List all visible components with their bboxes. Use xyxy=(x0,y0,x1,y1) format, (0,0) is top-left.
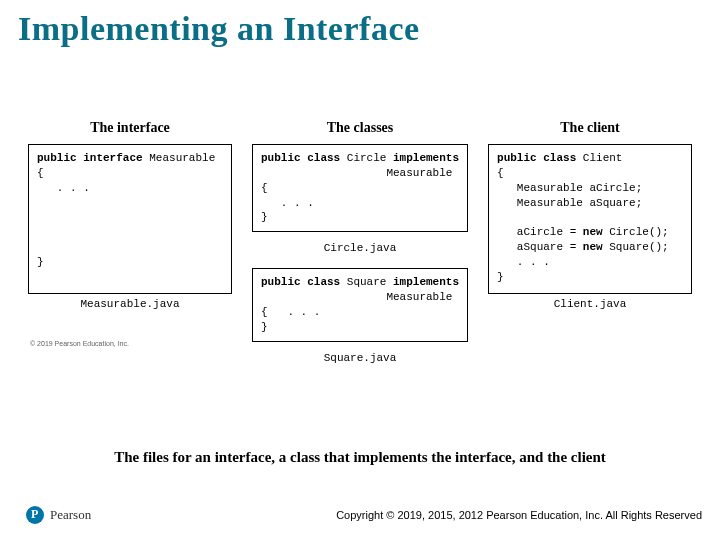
col-classes-heading: The classes xyxy=(327,120,394,136)
codebox-client: public class Client { Measurable aCircle… xyxy=(488,144,692,294)
decl-name: Client xyxy=(576,152,622,164)
brace: } xyxy=(497,271,504,283)
slide: Implementing an Interface The interface … xyxy=(0,0,720,540)
codebox-square: public class Square implements Measurabl… xyxy=(252,268,468,341)
line: Circle(); xyxy=(603,226,669,238)
impl-name: Measurable xyxy=(386,291,452,303)
kw: new xyxy=(583,226,603,238)
file-label-measurable: Measurable.java xyxy=(80,298,179,310)
col-interface-heading: The interface xyxy=(90,120,170,136)
col-client: The client public class Client { Measura… xyxy=(488,120,692,364)
ellipsis: . . . xyxy=(37,182,90,194)
brace: } xyxy=(261,211,268,223)
ellipsis: . . . xyxy=(268,306,321,318)
line: Measurable aCircle; xyxy=(497,182,642,194)
brace: { xyxy=(261,182,268,194)
line: Measurable aSquare; xyxy=(497,197,642,209)
kw: public interface xyxy=(37,152,143,164)
col-client-heading: The client xyxy=(560,120,620,136)
kw: public class xyxy=(497,152,576,164)
kw: implements xyxy=(393,276,459,288)
pearson-logo-icon xyxy=(26,506,44,524)
copyright-text: Copyright © 2019, 2015, 2012 Pearson Edu… xyxy=(336,509,702,521)
line: aSquare = xyxy=(497,241,583,253)
decl-name: Circle xyxy=(340,152,393,164)
line: aCircle = xyxy=(497,226,583,238)
decl-name: Square xyxy=(340,276,393,288)
figure-credit: © 2019 Pearson Education, Inc. xyxy=(30,340,129,347)
brace: } xyxy=(261,321,268,333)
line: Square(); xyxy=(603,241,669,253)
ellipsis: . . . xyxy=(261,197,314,209)
classes-stack: public class Circle implements Measurabl… xyxy=(252,144,468,364)
decl-name: Measurable xyxy=(143,152,216,164)
col-interface: The interface public interface Measurabl… xyxy=(28,120,232,364)
page-title: Implementing an Interface xyxy=(0,0,720,48)
kw: public class xyxy=(261,276,340,288)
brand: Pearson xyxy=(0,506,91,524)
kw: new xyxy=(583,241,603,253)
brace: { xyxy=(497,167,504,179)
kw: implements xyxy=(393,152,459,164)
file-label-circle: Circle.java xyxy=(324,242,397,254)
footer: Pearson Copyright © 2019, 2015, 2012 Pea… xyxy=(0,506,702,524)
codebox-measurable: public interface Measurable { . . . } xyxy=(28,144,232,294)
brace: } xyxy=(37,256,44,268)
file-label-client: Client.java xyxy=(554,298,627,310)
kw: public class xyxy=(261,152,340,164)
brace: { xyxy=(261,306,268,318)
brace: { xyxy=(37,167,44,179)
ellipsis: . . . xyxy=(497,256,550,268)
figure: The interface public interface Measurabl… xyxy=(28,120,692,364)
col-classes: The classes public class Circle implemen… xyxy=(252,120,468,364)
impl-name: Measurable xyxy=(386,167,452,179)
brand-name: Pearson xyxy=(50,507,91,523)
figure-caption: The files for an interface, a class that… xyxy=(0,449,720,466)
codebox-circle: public class Circle implements Measurabl… xyxy=(252,144,468,232)
file-label-square: Square.java xyxy=(324,352,397,364)
